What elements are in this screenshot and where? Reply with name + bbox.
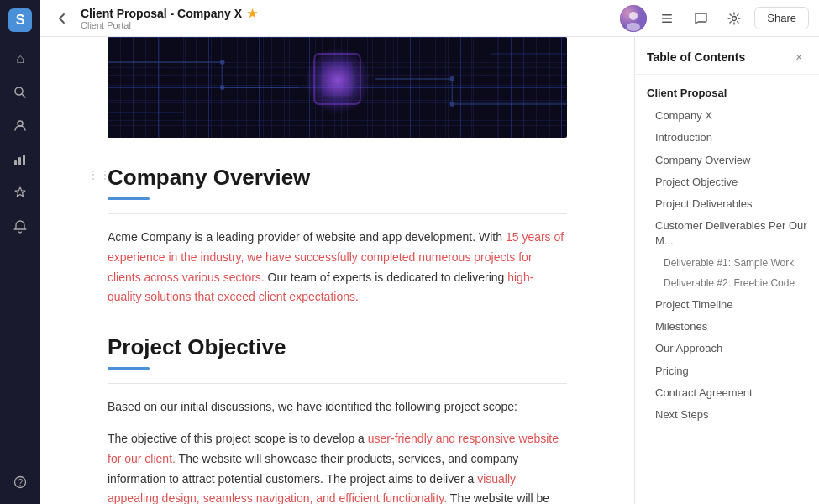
- svg-point-10: [627, 23, 640, 31]
- project-objective-section: Project Objective Based on our initial d…: [108, 334, 567, 504]
- svg-rect-4: [18, 157, 21, 165]
- toc-list-item[interactable]: Company X: [635, 105, 819, 127]
- toc-list-item[interactable]: Introduction: [635, 127, 819, 149]
- section-divider-2: [108, 383, 567, 384]
- section-divider: [108, 213, 567, 214]
- toc-list-item[interactable]: Deliverable #1: Sample Work: [635, 253, 819, 274]
- section-heading-company-overview: Company Overview: [108, 165, 567, 191]
- toc-list-item[interactable]: Company Overview: [635, 150, 819, 171]
- toc-items-list: Client ProposalCompany XIntroductionComp…: [635, 75, 819, 433]
- toc-list-item[interactable]: Project Objective: [635, 171, 819, 193]
- section-body-project-objective: The objective of this project scope is t…: [108, 429, 567, 504]
- company-overview-section: ⋮⋮ Company Overview Acme Company is a le…: [108, 165, 567, 307]
- toc-close-button[interactable]: ×: [790, 49, 807, 66]
- section-underline-2: [108, 367, 150, 370]
- hero-image: [108, 37, 567, 138]
- topbar-actions: Share: [620, 5, 809, 32]
- toc-list-item[interactable]: Project Deliverables: [635, 193, 819, 215]
- menu-icon-button[interactable]: [654, 5, 680, 32]
- svg-point-18: [220, 60, 224, 65]
- section-heading-project-objective: Project Objective: [108, 334, 567, 360]
- svg-point-9: [629, 12, 638, 20]
- svg-point-23: [450, 102, 454, 107]
- svg-rect-13: [662, 21, 672, 23]
- sidebar-item-bell[interactable]: [7, 213, 34, 240]
- svg-rect-28: [322, 62, 352, 96]
- toc-list-item[interactable]: Project Timeline: [635, 294, 819, 316]
- app-logo[interactable]: S: [8, 8, 32, 32]
- toc-list-item[interactable]: Next Steps: [635, 404, 819, 426]
- svg-rect-5: [23, 155, 25, 165]
- title-area: Client Proposal - Company X ★ Client Por…: [81, 7, 613, 30]
- sidebar-item-help[interactable]: ?: [7, 469, 34, 496]
- share-button[interactable]: Share: [754, 7, 809, 29]
- sidebar-item-chart[interactable]: [7, 146, 34, 173]
- svg-point-2: [18, 121, 23, 126]
- toc-panel: Table of Contents × Client ProposalCompa…: [634, 37, 819, 504]
- svg-rect-11: [662, 14, 672, 16]
- document-content[interactable]: ⋮⋮ Company Overview Acme Company is a le…: [40, 37, 634, 504]
- svg-rect-12: [662, 18, 672, 19]
- main-area: Client Proposal - Company X ★ Client Por…: [40, 0, 819, 504]
- topbar: Client Proposal - Company X ★ Client Por…: [40, 0, 819, 37]
- section-underline: [108, 197, 150, 200]
- avatar[interactable]: [620, 5, 647, 32]
- toc-header: Table of Contents ×: [635, 37, 819, 75]
- sidebar-item-team[interactable]: [7, 113, 34, 139]
- toc-list-item[interactable]: Client Proposal: [635, 81, 819, 105]
- star-favorite-icon[interactable]: ★: [247, 7, 258, 20]
- toc-list-item[interactable]: Contract Agreement: [635, 382, 819, 404]
- drag-handle[interactable]: ⋮⋮: [87, 168, 111, 181]
- settings-icon-button[interactable]: [721, 5, 748, 32]
- sidebar-item-star[interactable]: [7, 180, 34, 207]
- toc-list-item[interactable]: Customer Deliverables Per Our M...: [635, 215, 819, 252]
- svg-rect-3: [14, 160, 17, 165]
- left-sidebar: S ⌂ ?: [0, 0, 40, 504]
- section-body-company-overview: Acme Company is a leading provider of we…: [108, 228, 567, 307]
- svg-point-19: [220, 85, 224, 90]
- toc-list-item[interactable]: Deliverable #2: Freebie Code: [635, 273, 819, 294]
- toc-list-item[interactable]: Milestones: [635, 316, 819, 338]
- toc-list-item[interactable]: Our Approach: [635, 338, 819, 360]
- svg-point-14: [732, 16, 737, 20]
- sidebar-item-search[interactable]: [7, 79, 34, 106]
- section-intro-project-objective: Based on our initial discussions, we hav…: [108, 397, 567, 417]
- svg-line-1: [22, 94, 25, 97]
- comment-icon-button[interactable]: [687, 5, 714, 32]
- sidebar-item-home[interactable]: ⌂: [7, 45, 34, 72]
- svg-text:?: ?: [18, 478, 24, 487]
- document-title: Client Proposal - Company X: [81, 7, 242, 20]
- toc-title: Table of Contents: [647, 50, 745, 64]
- content-wrapper: ⋮⋮ Company Overview Acme Company is a le…: [40, 37, 819, 504]
- document-subtitle: Client Portal: [81, 20, 613, 30]
- back-button[interactable]: [50, 7, 74, 30]
- svg-point-24: [450, 76, 454, 81]
- toc-list-item[interactable]: Pricing: [635, 360, 819, 382]
